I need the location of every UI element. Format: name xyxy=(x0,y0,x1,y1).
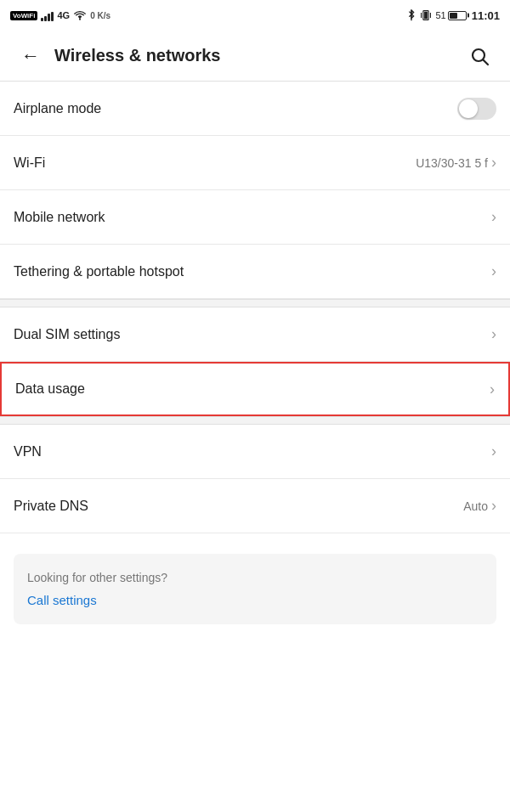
time-display: 11:01 xyxy=(472,9,500,22)
airplane-mode-item[interactable]: Airplane mode xyxy=(0,82,510,136)
svg-point-0 xyxy=(79,18,81,20)
wifi-right: U13/30-31 5 f › xyxy=(416,154,496,172)
tethering-chevron-icon: › xyxy=(491,262,496,280)
toggle-knob xyxy=(459,99,478,118)
private-dns-label: Private DNS xyxy=(14,499,88,514)
page-title: Wireless & networks xyxy=(54,46,462,65)
search-button[interactable] xyxy=(462,39,496,73)
vpn-label: VPN xyxy=(14,444,42,460)
mobile-network-chevron-icon: › xyxy=(491,208,496,226)
private-dns-right: Auto › xyxy=(463,497,496,515)
tethering-label: Tethering & portable hotspot xyxy=(14,264,184,279)
airplane-mode-label: Airplane mode xyxy=(14,101,101,116)
wifi-label: Wi-Fi xyxy=(14,155,45,171)
wifi-value: U13/30-31 5 f xyxy=(416,156,488,170)
settings-list: Airplane mode Wi-Fi U13/30-31 5 f › Mobi… xyxy=(0,82,510,533)
tethering-right: › xyxy=(491,262,496,280)
search-icon xyxy=(469,46,490,66)
private-dns-item[interactable]: Private DNS Auto › xyxy=(0,479,510,533)
wifi-chevron-icon: › xyxy=(491,154,496,172)
battery-indicator: 51 xyxy=(436,10,467,20)
dual-sim-right: › xyxy=(491,325,496,343)
status-left: VoWiFi 4G 0 K/s xyxy=(10,9,110,21)
tethering-item[interactable]: Tethering & portable hotspot › xyxy=(0,245,510,299)
data-usage-right: › xyxy=(490,381,495,398)
dual-sim-label: Dual SIM settings xyxy=(14,327,120,342)
vpn-right: › xyxy=(491,443,496,460)
suggestions-card: Looking for other settings? Call setting… xyxy=(14,554,496,624)
section-2: Dual SIM settings › Data usage › xyxy=(0,307,510,416)
private-dns-chevron-icon: › xyxy=(491,497,496,515)
vowifi-badge: VoWiFi xyxy=(10,11,37,20)
bluetooth-icon xyxy=(407,9,416,21)
mobile-network-label: Mobile network xyxy=(14,210,105,225)
dual-sim-item[interactable]: Dual SIM settings › xyxy=(0,307,510,362)
data-usage-chevron-icon: › xyxy=(490,381,495,398)
status-right: 51 11:01 xyxy=(407,9,501,22)
mobile-network-item[interactable]: Mobile network › xyxy=(0,190,510,245)
section-3: VPN › Private DNS Auto › xyxy=(0,425,510,533)
back-arrow-icon: ← xyxy=(21,45,40,67)
svg-rect-3 xyxy=(424,12,428,20)
data-speed: 0 K/s xyxy=(90,11,110,20)
wifi-icon xyxy=(73,10,87,21)
dual-sim-chevron-icon: › xyxy=(491,325,496,343)
app-bar: ← Wireless & networks xyxy=(0,31,510,82)
vpn-chevron-icon: › xyxy=(491,443,496,460)
wifi-item[interactable]: Wi-Fi U13/30-31 5 f › xyxy=(0,136,510,190)
section-1: Airplane mode Wi-Fi U13/30-31 5 f › Mobi… xyxy=(0,82,510,299)
svg-line-7 xyxy=(484,59,489,65)
vpn-item[interactable]: VPN › xyxy=(0,425,510,479)
section-divider-2 xyxy=(0,416,510,425)
vibrate-icon xyxy=(421,9,431,21)
data-usage-label: Data usage xyxy=(15,381,85,397)
network-type: 4G xyxy=(57,10,70,20)
signal-bars xyxy=(41,9,54,21)
airplane-mode-toggle[interactable] xyxy=(457,98,496,120)
suggestions-text: Looking for other settings? xyxy=(27,571,483,584)
section-divider-1 xyxy=(0,299,510,307)
private-dns-value: Auto xyxy=(463,499,488,513)
call-settings-link[interactable]: Call settings xyxy=(27,593,483,607)
status-bar: VoWiFi 4G 0 K/s 5 xyxy=(0,0,510,31)
data-usage-item[interactable]: Data usage › xyxy=(0,362,510,416)
mobile-network-right: › xyxy=(491,208,496,226)
back-button[interactable]: ← xyxy=(14,39,48,73)
